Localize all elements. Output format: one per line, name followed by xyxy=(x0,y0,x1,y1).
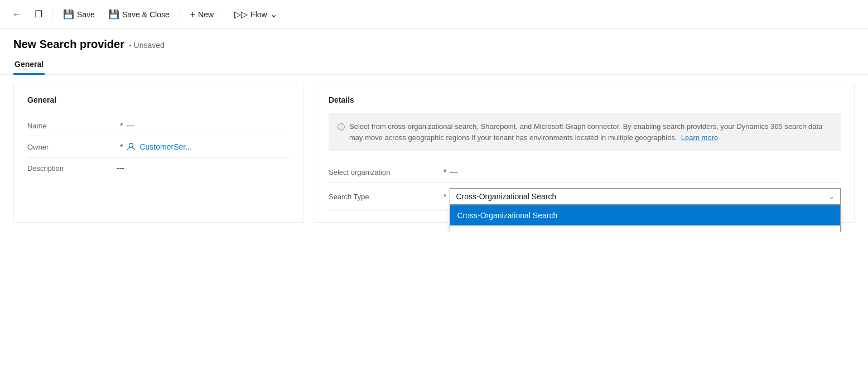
search-type-selected-value: Cross-Organizational Search xyxy=(456,192,556,201)
toolbar: ← ❐ 💾 Save 💾 Save & Close + New ▷▷ Flow … xyxy=(0,0,868,29)
toolbar-separator-3 xyxy=(224,8,224,21)
new-icon: + xyxy=(190,9,195,20)
save-label: Save xyxy=(77,10,95,19)
save-close-button[interactable]: 💾 Save & Close xyxy=(103,6,175,23)
svg-point-0 xyxy=(129,143,133,147)
description-value[interactable]: --- xyxy=(117,164,124,172)
name-value[interactable]: --- xyxy=(126,121,134,130)
flow-icon: ▷▷ xyxy=(234,9,248,20)
select-org-field-row: Select organization * --- xyxy=(329,162,841,183)
tab-bar: General xyxy=(0,55,868,75)
general-card: General Name * --- Owner * CustomerSer..… xyxy=(13,84,303,223)
save-close-icon: 💾 xyxy=(108,9,119,20)
flow-chevron-icon: ⌄ xyxy=(270,9,277,20)
new-button[interactable]: + New xyxy=(185,6,219,23)
save-button[interactable]: 💾 Save xyxy=(57,6,100,23)
details-card-title: Details xyxy=(329,95,841,104)
learn-more-link[interactable]: Learn more xyxy=(681,133,718,142)
back-icon: ← xyxy=(12,9,21,20)
page-subtitle: - Unsaved xyxy=(129,41,165,50)
search-type-field-row: Search Type * Cross-Organizational Searc… xyxy=(329,183,841,211)
owner-name: CustomerSer... xyxy=(139,142,191,151)
owner-value[interactable]: CustomerSer... xyxy=(126,142,191,152)
description-field-row: Description --- xyxy=(27,158,290,178)
name-required: * xyxy=(120,121,123,130)
search-type-dropdown-menu: Cross-Organizational Search Sharepoint M… xyxy=(450,205,841,232)
owner-required: * xyxy=(120,142,123,151)
name-field-row: Name * --- xyxy=(27,116,290,136)
info-icon: ⓘ xyxy=(337,122,345,143)
detach-icon: ❐ xyxy=(35,9,42,20)
search-type-dropdown-container: Cross-Organizational Search ⌄ Cross-Orga… xyxy=(450,188,841,205)
flow-button[interactable]: ▷▷ Flow ⌄ xyxy=(229,6,283,23)
search-type-label: Search Type xyxy=(329,193,440,201)
flow-label: Flow xyxy=(250,10,267,19)
toolbar-separator-2 xyxy=(180,8,180,21)
page-header: New Search provider - Unsaved xyxy=(0,29,868,55)
toolbar-separator-1 xyxy=(52,8,53,21)
save-close-label: Save & Close xyxy=(122,10,170,19)
tab-general[interactable]: General xyxy=(13,55,45,75)
search-type-dropdown[interactable]: Cross-Organizational Search ⌄ xyxy=(450,188,841,205)
new-label: New xyxy=(198,10,214,19)
select-org-required: * xyxy=(443,167,446,176)
search-type-required: * xyxy=(443,192,446,201)
name-label: Name xyxy=(27,122,117,130)
info-text: Select from cross-organizational search,… xyxy=(349,121,832,143)
select-org-label: Select organization xyxy=(329,168,440,176)
dropdown-chevron-icon: ⌄ xyxy=(829,193,835,200)
person-icon xyxy=(126,142,136,152)
detach-button[interactable]: ❐ xyxy=(29,6,48,23)
back-button[interactable]: ← xyxy=(7,6,27,23)
description-label: Description xyxy=(27,164,117,172)
info-box: ⓘ Select from cross-organizational searc… xyxy=(329,113,841,151)
owner-field-row: Owner * CustomerSer... xyxy=(27,136,290,158)
dropdown-item-sharepoint[interactable]: Sharepoint xyxy=(450,225,840,232)
main-content: General Name * --- Owner * CustomerSer..… xyxy=(0,75,868,232)
dropdown-item-cross-org[interactable]: Cross-Organizational Search xyxy=(450,205,840,225)
page-title: New Search provider xyxy=(13,38,124,51)
general-card-title: General xyxy=(27,95,290,104)
owner-label: Owner xyxy=(27,143,117,151)
details-card: Details ⓘ Select from cross-organization… xyxy=(315,84,855,223)
select-org-value[interactable]: --- xyxy=(450,167,457,176)
save-icon: 💾 xyxy=(63,9,74,20)
